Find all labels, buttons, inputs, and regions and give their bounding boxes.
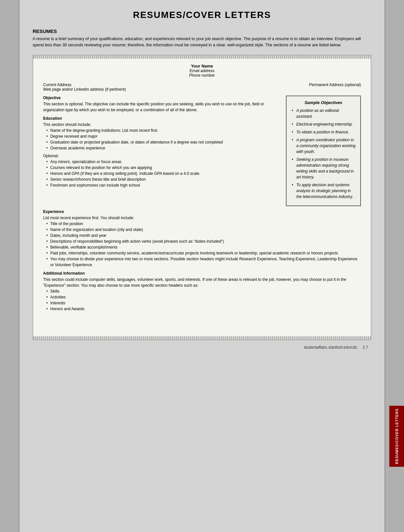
edu-opt-bullet-1: Any minors, specialization or focus area… [46,159,281,165]
resume-body: Objective This section is optional. The … [43,96,361,206]
resume-phone: Phone number [43,73,361,78]
education-intro: This section should include: [43,122,281,128]
exp-bullet-6: Paid jobs, internships, volunteer commun… [46,250,361,256]
resume-left-col: Objective This section is optional. The … [43,96,281,206]
education-title: Education [43,116,281,121]
add-bullet-3: Interests [46,300,361,306]
sample-objectives-title: Sample Objectives [291,100,356,105]
resume-address-row: Current Address Web page and/or LinkedIn… [43,83,361,92]
objective-section: Objective This section is optional. The … [43,96,281,113]
main-content: RESUMES/COVER LETTERS RESUMES A resume i… [20,0,384,532]
education-bullet-1: Name of the degree-granting institutions… [46,128,281,133]
objective-title: Objective [43,96,281,100]
education-section: Education This section should include: N… [43,116,281,188]
vertical-label-container: RESUMES/COVER LETTERS [389,406,404,467]
vertical-label: RESUMES/COVER LETTERS [395,408,399,464]
additional-title: Additional Information [43,271,361,276]
exp-bullet-2: Name of the organization and location (c… [46,227,361,233]
web-address: Web page and/or LinkedIn address (if per… [43,87,126,92]
footer-url: studentaffairs.stanford.edu/cdc [304,345,357,350]
obj-item-2: Electrical engineering internship. [291,121,356,127]
education-bullet-3: Graduation date or projected graduation … [46,139,281,145]
resumes-section: RESUMES A resume is a brief summary of y… [33,28,371,48]
resume-box: Your Name Email address Phone number Cur… [33,55,371,340]
obj-item-3: To obtain a position in finance. [291,129,356,135]
edu-opt-bullet-3: Honors and GPA (if they are a strong sel… [46,171,281,176]
exp-bullet-4: Descriptions of responsibilities beginni… [46,238,361,244]
education-bullet-2: Degree received and major [46,133,281,139]
page-footer: studentaffairs.stanford.edu/cdc 2 7 [33,345,371,350]
education-optional-label: Optional: [43,153,281,159]
resume-name: Your Name [43,64,361,68]
additional-bullets: Skills Activities Interests Honors and A… [43,288,361,312]
education-bullet-4: Overseas academic experience [46,145,281,151]
obj-item-4: A program coordinator position in a comm… [291,137,356,155]
resume-address-left: Current Address Web page and/or LinkedIn… [43,83,126,92]
add-bullet-1: Skills [46,288,361,294]
additional-text: This section could include computer skil… [43,277,361,288]
obj-item-5: Seeking a position in museum administrat… [291,157,356,180]
box-bottom-strip [33,336,371,340]
left-border [0,0,20,532]
experience-title: Experience [43,209,361,214]
add-bullet-4: Honors and Awards [46,306,361,312]
resume-email: Email address [43,68,361,73]
experience-section: Experience List most recent experience f… [43,209,361,268]
edu-opt-bullet-4: Senior research/honors thesis title and … [46,176,281,182]
objective-text: This section is optional. The objective … [43,101,281,113]
edu-opt-bullet-5: Freshmen and sophomores can include high… [46,182,281,188]
sample-objectives-box: Sample Objectives A position as an edito… [286,96,361,206]
permanent-address: Permanent Address (optional) [309,83,361,92]
experience-bullets: Title of the position Name of the organi… [43,221,361,268]
right-border: RESUMES/COVER LETTERS [384,0,404,532]
exp-bullet-5: Believable, verifiable accomplishments [46,244,361,250]
education-optional-bullets: Any minors, specialization or focus area… [43,159,281,188]
resumes-heading: RESUMES [33,28,371,34]
page-title: RESUMES/COVER LETTERS [33,10,371,20]
exp-bullet-1: Title of the position [46,221,361,227]
footer-page: 2 7 [363,345,368,350]
obj-item-6: To apply decision and systems analysis t… [291,182,356,200]
sample-objectives-list: A position as an editorial assistant. El… [291,108,356,200]
experience-intro: List most recent experience first. You s… [43,215,361,221]
obj-item-1: A position as an editorial assistant. [291,108,356,119]
education-bullets: Name of the degree-granting institutions… [43,128,281,151]
exp-bullet-3: Dates, including month and year [46,233,361,238]
current-address-label: Current Address [43,83,126,87]
resume-header: Your Name Email address Phone number [43,64,361,78]
sample-objectives-col: Sample Objectives A position as an edito… [286,96,361,206]
add-bullet-2: Activities [46,294,361,300]
additional-section: Additional Information This section coul… [43,271,361,312]
box-top-strip [33,55,371,59]
resumes-intro: A resume is a brief summary of your qual… [33,36,371,48]
edu-opt-bullet-2: Courses relevant to the position for whi… [46,165,281,171]
exp-bullet-7: You may choose to divide your experience… [46,256,361,268]
